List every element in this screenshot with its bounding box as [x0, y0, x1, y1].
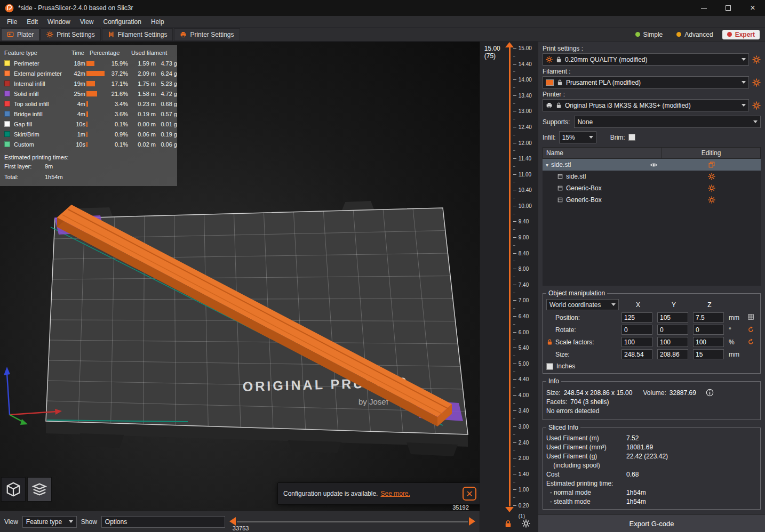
moves-slider-left-handle[interactable] — [229, 517, 236, 526]
info-errors-text: No errors detected — [546, 407, 599, 415]
manip-input-x[interactable] — [621, 325, 652, 335]
supports-dropdown[interactable]: None — [574, 116, 761, 128]
mode-advanced[interactable]: Advanced — [672, 30, 718, 39]
manip-input-z[interactable] — [693, 349, 724, 359]
ruler-minor-tick — [513, 261, 515, 261]
manip-input-z[interactable] — [693, 325, 724, 335]
sliced-label: (including spool) — [546, 462, 626, 469]
collapse-arrow-icon[interactable]: ▾ — [546, 162, 548, 168]
settings-gear-icon[interactable] — [708, 173, 715, 180]
settings-gear-icon[interactable] — [708, 184, 715, 192]
ruler-tick — [513, 474, 516, 474]
eye-icon[interactable] — [650, 161, 658, 169]
name-column-header[interactable]: Name — [543, 147, 662, 159]
mode-simple[interactable]: Simple — [631, 30, 668, 39]
ruler-minor-tick — [513, 229, 515, 230]
inches-checkbox[interactable] — [546, 363, 553, 370]
manip-input-y[interactable] — [657, 349, 688, 359]
3d-viewport[interactable]: ORIGINAL PRUSA i3 by Josef — [0, 42, 480, 511]
object-row[interactable]: ▾side.stl — [543, 159, 761, 171]
info-icon[interactable] — [706, 389, 714, 397]
manip-input-y[interactable] — [657, 337, 688, 347]
object-row[interactable]: Generic-Box — [543, 182, 761, 194]
brim-label: Brim: — [610, 134, 625, 141]
feature-weight: 0.01 g — [157, 121, 177, 127]
reset-icon[interactable] — [747, 338, 754, 345]
object-row[interactable]: side.stl — [543, 171, 761, 182]
view-type-dropdown[interactable]: Feature type — [22, 516, 77, 528]
preview-view-button[interactable] — [27, 477, 52, 502]
feature-color-swatch — [4, 131, 10, 137]
editing-column-header[interactable]: Editing — [662, 147, 761, 159]
close-button[interactable]: × — [740, 0, 765, 16]
menu-item-configuration[interactable]: Configuration — [99, 17, 146, 27]
export-gcode-button[interactable]: Export G-code — [538, 514, 765, 532]
see-more-link[interactable]: See more. — [380, 490, 410, 497]
printer-combo[interactable]: Original Prusa i3 MK3S & MK3S+ (modified… — [543, 99, 749, 111]
manip-input-z[interactable] — [693, 337, 724, 347]
tab-printer-settings[interactable]: Printer Settings — [174, 28, 240, 41]
feature-percentage: 0.1% — [107, 141, 128, 148]
infill-dropdown[interactable]: 15% — [559, 131, 596, 143]
layer-slider-upper-handle[interactable] — [505, 42, 514, 47]
menu-item-edit[interactable]: Edit — [22, 17, 43, 27]
layer-slider-track[interactable] — [509, 47, 511, 506]
ruler-label: 10.40 — [519, 188, 532, 193]
coordinates-dropdown[interactable]: World coordinates — [546, 299, 619, 310]
copy-icon[interactable] — [708, 161, 715, 168]
sliced-value: 1h54m — [626, 489, 646, 496]
manip-input-x[interactable] — [621, 349, 652, 359]
object-row[interactable]: Generic-Box — [543, 194, 761, 206]
grid-icon[interactable] — [747, 313, 754, 320]
feature-percentage-bar — [86, 91, 106, 96]
moves-slider[interactable]: 35192 33753 — [229, 511, 475, 532]
filament-combo[interactable]: Prusament PLA (modified) — [543, 76, 749, 88]
manip-input-x[interactable] — [621, 337, 652, 347]
layer-slider-lower-handle[interactable] — [505, 507, 514, 512]
menu-item-view[interactable]: View — [75, 17, 99, 27]
estimated-times-title: Estimated printing times: — [4, 154, 173, 160]
feature-length: 2.09 m — [129, 70, 156, 77]
scale-lock-icon[interactable] — [546, 338, 553, 345]
manip-input-z[interactable] — [693, 312, 724, 323]
3d-editor-view-button[interactable] — [1, 477, 26, 502]
slider-settings-gear-icon[interactable] — [522, 519, 530, 528]
ruler-minor-tick — [513, 434, 515, 435]
feature-name: Internal infill — [14, 80, 64, 87]
print-settings-gear-icon[interactable] — [752, 55, 761, 64]
moves-slider-track[interactable] — [237, 521, 468, 522]
minimize-button[interactable] — [691, 0, 716, 16]
part-icon — [557, 173, 563, 180]
settings-gear-icon[interactable] — [708, 196, 715, 204]
brim-checkbox[interactable] — [628, 134, 635, 141]
feature-color-swatch — [4, 60, 10, 66]
print-settings-combo[interactable]: 0.20mm QUALITY (modified) — [543, 53, 749, 66]
menu-item-window[interactable]: Window — [43, 17, 75, 27]
manip-input-x[interactable] — [621, 312, 652, 323]
sliced-info-row: Cost0.68 — [546, 470, 757, 479]
moves-slider-right-handle[interactable] — [469, 517, 475, 526]
mode-dot — [635, 32, 640, 37]
tab-plater[interactable]: Plater — [1, 28, 39, 41]
show-options-field[interactable]: Options — [101, 516, 225, 528]
mode-expert[interactable]: Expert — [722, 30, 760, 39]
manip-input-y[interactable] — [657, 312, 688, 323]
feature-percentage-bar — [86, 132, 106, 137]
notification-close-button[interactable]: ✕ — [463, 487, 476, 501]
tab-filament-settings[interactable]: Filament Settings — [102, 28, 173, 41]
filament-label: Filament : — [543, 68, 761, 75]
reset-icon[interactable] — [747, 326, 754, 333]
menu-item-help[interactable]: Help — [146, 17, 169, 27]
menu-item-file[interactable]: File — [2, 17, 22, 27]
maximize-button[interactable] — [716, 0, 740, 16]
manip-input-y[interactable] — [657, 325, 688, 335]
close-icon: ✕ — [466, 489, 473, 499]
lock-icon — [555, 102, 562, 109]
tab-print-settings[interactable]: Print Settings — [41, 28, 100, 41]
lock-icon[interactable] — [504, 519, 513, 528]
printer-gear-icon[interactable] — [752, 101, 761, 110]
sliced-value: 22.42 (223.42) — [626, 453, 668, 460]
ruler-label: 2.40 — [519, 440, 529, 446]
filament-gear-icon[interactable] — [752, 78, 761, 87]
feature-name: Skirt/Brim — [14, 131, 64, 138]
